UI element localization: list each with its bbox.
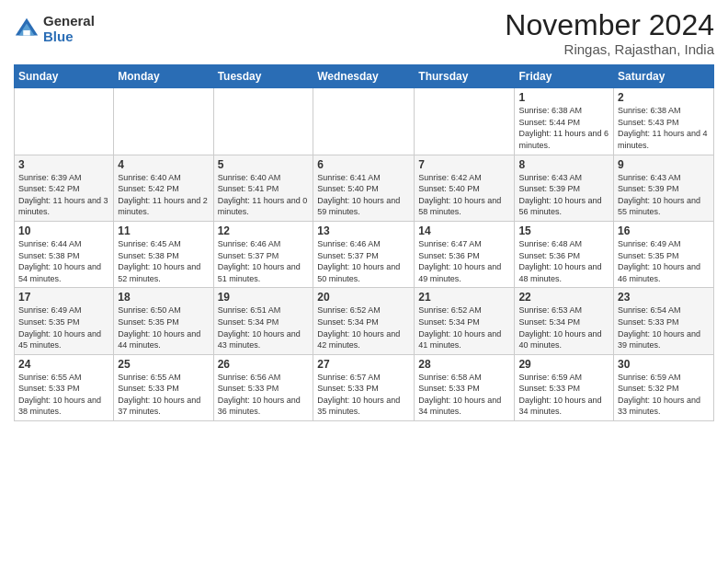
day-cell-1-6: 9Sunrise: 6:43 AM Sunset: 5:39 PM Daylig… xyxy=(614,155,714,221)
week-row-2: 10Sunrise: 6:44 AM Sunset: 5:38 PM Dayli… xyxy=(15,221,714,287)
day-cell-0-1 xyxy=(114,88,213,155)
week-row-1: 3Sunrise: 6:39 AM Sunset: 5:42 PM Daylig… xyxy=(15,155,714,221)
day-cell-0-6: 2Sunrise: 6:38 AM Sunset: 5:43 PM Daylig… xyxy=(614,88,714,155)
day-info: Sunrise: 6:50 AM Sunset: 5:35 PM Dayligh… xyxy=(118,304,209,350)
day-number: 30 xyxy=(618,358,710,371)
day-info: Sunrise: 6:49 AM Sunset: 5:35 PM Dayligh… xyxy=(18,304,109,350)
day-info: Sunrise: 6:46 AM Sunset: 5:37 PM Dayligh… xyxy=(218,238,310,284)
logo-general-label: General xyxy=(43,14,95,29)
day-info: Sunrise: 6:39 AM Sunset: 5:42 PM Dayligh… xyxy=(18,172,109,218)
day-number: 28 xyxy=(418,358,510,371)
day-cell-3-5: 22Sunrise: 6:53 AM Sunset: 5:34 PM Dayli… xyxy=(515,288,614,354)
day-info: Sunrise: 6:52 AM Sunset: 5:34 PM Dayligh… xyxy=(317,304,410,350)
day-number: 25 xyxy=(118,358,209,371)
day-number: 8 xyxy=(518,158,609,171)
header-monday: Monday xyxy=(114,65,213,88)
day-number: 16 xyxy=(618,224,710,237)
day-number: 2 xyxy=(618,91,710,104)
logo-icon xyxy=(14,17,40,42)
day-cell-2-4: 14Sunrise: 6:47 AM Sunset: 5:36 PM Dayli… xyxy=(415,221,515,287)
day-cell-4-3: 27Sunrise: 6:57 AM Sunset: 5:33 PM Dayli… xyxy=(313,354,415,420)
day-cell-1-1: 4Sunrise: 6:40 AM Sunset: 5:42 PM Daylig… xyxy=(114,155,213,221)
day-number: 12 xyxy=(218,224,310,237)
day-info: Sunrise: 6:53 AM Sunset: 5:34 PM Dayligh… xyxy=(518,304,609,350)
calendar-table: Sunday Monday Tuesday Wednesday Thursday… xyxy=(14,64,714,421)
header-friday: Friday xyxy=(515,65,614,88)
day-number: 19 xyxy=(218,291,310,304)
day-number: 7 xyxy=(418,158,510,171)
logo: General Blue xyxy=(14,14,95,44)
logo-blue-label: Blue xyxy=(43,29,95,45)
day-number: 22 xyxy=(518,291,609,304)
day-number: 23 xyxy=(618,291,710,304)
month-title: November 2024 xyxy=(505,9,714,41)
day-cell-4-6: 30Sunrise: 6:59 AM Sunset: 5:32 PM Dayli… xyxy=(614,354,714,420)
day-cell-2-0: 10Sunrise: 6:44 AM Sunset: 5:38 PM Dayli… xyxy=(15,221,114,287)
day-number: 10 xyxy=(18,224,109,237)
day-info: Sunrise: 6:41 AM Sunset: 5:40 PM Dayligh… xyxy=(317,172,410,218)
day-number: 21 xyxy=(418,291,510,304)
day-cell-4-2: 26Sunrise: 6:56 AM Sunset: 5:33 PM Dayli… xyxy=(213,354,313,420)
day-info: Sunrise: 6:55 AM Sunset: 5:33 PM Dayligh… xyxy=(18,372,109,418)
header-thursday: Thursday xyxy=(415,65,515,88)
day-cell-3-3: 20Sunrise: 6:52 AM Sunset: 5:34 PM Dayli… xyxy=(313,288,415,354)
day-cell-3-2: 19Sunrise: 6:51 AM Sunset: 5:34 PM Dayli… xyxy=(213,288,313,354)
header: General Blue November 2024 Ringas, Rajas… xyxy=(14,9,714,57)
day-info: Sunrise: 6:42 AM Sunset: 5:40 PM Dayligh… xyxy=(418,172,510,218)
day-cell-3-4: 21Sunrise: 6:52 AM Sunset: 5:34 PM Dayli… xyxy=(415,288,515,354)
logo-text: General Blue xyxy=(43,14,95,44)
header-wednesday: Wednesday xyxy=(313,65,415,88)
day-cell-0-3 xyxy=(313,88,415,155)
day-info: Sunrise: 6:51 AM Sunset: 5:34 PM Dayligh… xyxy=(218,304,310,350)
day-cell-3-1: 18Sunrise: 6:50 AM Sunset: 5:35 PM Dayli… xyxy=(114,288,213,354)
day-number: 20 xyxy=(317,291,410,304)
day-number: 5 xyxy=(218,158,310,171)
title-block: November 2024 Ringas, Rajasthan, India xyxy=(505,9,714,57)
day-info: Sunrise: 6:38 AM Sunset: 5:44 PM Dayligh… xyxy=(518,105,609,151)
day-cell-1-4: 7Sunrise: 6:42 AM Sunset: 5:40 PM Daylig… xyxy=(415,155,515,221)
day-info: Sunrise: 6:55 AM Sunset: 5:33 PM Dayligh… xyxy=(118,372,209,418)
weekday-header-row: Sunday Monday Tuesday Wednesday Thursday… xyxy=(15,65,714,88)
day-cell-0-2 xyxy=(213,88,313,155)
day-number: 24 xyxy=(18,358,109,371)
day-number: 14 xyxy=(418,224,510,237)
header-tuesday: Tuesday xyxy=(213,65,313,88)
day-info: Sunrise: 6:44 AM Sunset: 5:38 PM Dayligh… xyxy=(18,238,109,284)
day-info: Sunrise: 6:49 AM Sunset: 5:35 PM Dayligh… xyxy=(618,238,710,284)
day-info: Sunrise: 6:57 AM Sunset: 5:33 PM Dayligh… xyxy=(317,372,410,418)
day-cell-1-5: 8Sunrise: 6:43 AM Sunset: 5:39 PM Daylig… xyxy=(515,155,614,221)
day-number: 17 xyxy=(18,291,109,304)
page: General Blue November 2024 Ringas, Rajas… xyxy=(0,0,728,563)
day-number: 11 xyxy=(118,224,209,237)
week-row-0: 1Sunrise: 6:38 AM Sunset: 5:44 PM Daylig… xyxy=(15,88,714,155)
day-info: Sunrise: 6:40 AM Sunset: 5:42 PM Dayligh… xyxy=(118,172,209,218)
day-cell-2-1: 11Sunrise: 6:45 AM Sunset: 5:38 PM Dayli… xyxy=(114,221,213,287)
day-cell-4-0: 24Sunrise: 6:55 AM Sunset: 5:33 PM Dayli… xyxy=(15,354,114,420)
day-info: Sunrise: 6:43 AM Sunset: 5:39 PM Dayligh… xyxy=(518,172,609,218)
day-cell-1-2: 5Sunrise: 6:40 AM Sunset: 5:41 PM Daylig… xyxy=(213,155,313,221)
day-cell-3-6: 23Sunrise: 6:54 AM Sunset: 5:33 PM Dayli… xyxy=(614,288,714,354)
day-info: Sunrise: 6:43 AM Sunset: 5:39 PM Dayligh… xyxy=(618,172,710,218)
day-number: 18 xyxy=(118,291,209,304)
header-saturday: Saturday xyxy=(614,65,714,88)
day-info: Sunrise: 6:45 AM Sunset: 5:38 PM Dayligh… xyxy=(118,238,209,284)
day-number: 13 xyxy=(317,224,410,237)
day-info: Sunrise: 6:58 AM Sunset: 5:33 PM Dayligh… xyxy=(418,372,510,418)
header-sunday: Sunday xyxy=(15,65,114,88)
day-cell-2-6: 16Sunrise: 6:49 AM Sunset: 5:35 PM Dayli… xyxy=(614,221,714,287)
day-cell-1-0: 3Sunrise: 6:39 AM Sunset: 5:42 PM Daylig… xyxy=(15,155,114,221)
day-cell-4-5: 29Sunrise: 6:59 AM Sunset: 5:33 PM Dayli… xyxy=(515,354,614,420)
day-number: 3 xyxy=(18,158,109,171)
day-cell-1-3: 6Sunrise: 6:41 AM Sunset: 5:40 PM Daylig… xyxy=(313,155,415,221)
day-cell-4-1: 25Sunrise: 6:55 AM Sunset: 5:33 PM Dayli… xyxy=(114,354,213,420)
day-number: 9 xyxy=(618,158,710,171)
day-cell-0-5: 1Sunrise: 6:38 AM Sunset: 5:44 PM Daylig… xyxy=(515,88,614,155)
day-number: 4 xyxy=(118,158,209,171)
week-row-3: 17Sunrise: 6:49 AM Sunset: 5:35 PM Dayli… xyxy=(15,288,714,354)
day-number: 27 xyxy=(317,358,410,371)
day-info: Sunrise: 6:47 AM Sunset: 5:36 PM Dayligh… xyxy=(418,238,510,284)
day-info: Sunrise: 6:46 AM Sunset: 5:37 PM Dayligh… xyxy=(317,238,410,284)
day-number: 1 xyxy=(518,91,609,104)
day-info: Sunrise: 6:59 AM Sunset: 5:33 PM Dayligh… xyxy=(518,372,609,418)
day-cell-2-5: 15Sunrise: 6:48 AM Sunset: 5:36 PM Dayli… xyxy=(515,221,614,287)
